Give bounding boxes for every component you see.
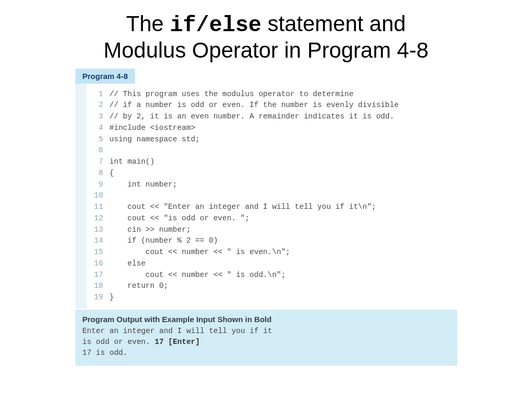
code-text: // This program uses the modulus operato… <box>110 90 354 98</box>
code-line: 11 cout << "Enter an integer and I will … <box>91 202 457 213</box>
code-line: 13 cin >> number; <box>91 224 457 236</box>
code-line: 6 <box>91 145 457 156</box>
code-line: 2// if a number is odd or even. If the n… <box>91 100 457 111</box>
code-line: 8{ <box>91 168 457 179</box>
code-line: 14 if (number % 2 == 0) <box>91 235 457 247</box>
line-number: 14 <box>91 235 103 247</box>
output-line-3: 17 is odd. <box>83 348 450 358</box>
program-tab: Program 4-8 <box>75 69 136 84</box>
code-text: int number; <box>110 180 178 189</box>
code-text: if (number % 2 == 0) <box>110 236 218 245</box>
line-number: 6 <box>91 145 103 156</box>
title-mono: if/else <box>170 13 261 38</box>
line-number: 2 <box>91 100 103 111</box>
line-number: 3 <box>91 111 103 123</box>
code-text: cout << "Enter an integer and I will tel… <box>110 203 376 211</box>
title-line2: Modulus Operator in Program 4-8 <box>103 38 429 62</box>
code-line: 5using namespace std; <box>91 134 457 145</box>
output-block: Program Output with Example Input Shown … <box>75 310 457 366</box>
code-text: cout << number << " is odd.\n"; <box>110 271 286 279</box>
code-line: 16 else <box>91 258 457 270</box>
line-number: 18 <box>91 281 103 292</box>
slide: The if/else statement and Modulus Operat… <box>0 0 532 399</box>
line-number: 17 <box>91 270 103 281</box>
code-line: 4#include <iostream> <box>91 123 457 134</box>
title-part1: The <box>126 11 170 36</box>
output-line-1: Enter an integer and I will tell you if … <box>83 326 450 337</box>
output-line-2b: 17 [Enter] <box>155 338 200 346</box>
output-line-2a: is odd or even. <box>83 338 155 346</box>
code-line: 7int main() <box>91 156 457 168</box>
line-number: 12 <box>91 213 103 224</box>
code-line: 10 <box>91 190 457 202</box>
code-block: 1// This program uses the modulus operat… <box>75 84 457 309</box>
line-number: 4 <box>91 123 103 134</box>
code-text: #include <iostream> <box>110 124 195 132</box>
line-number: 15 <box>91 247 103 258</box>
code-text: cin >> number; <box>110 225 191 234</box>
code-line: 1// This program uses the modulus operat… <box>91 89 457 100</box>
output-line-2: is odd or even. 17 [Enter] <box>83 337 450 348</box>
title-part2: statement and <box>261 11 406 36</box>
output-heading: Program Output with Example Input Shown … <box>83 315 450 324</box>
code-text: // if a number is odd or even. If the nu… <box>110 101 399 109</box>
code-line: 19} <box>91 292 457 303</box>
code-text: // by 2, it is an even number. A remaind… <box>110 112 394 121</box>
line-number: 16 <box>91 258 103 270</box>
line-number: 1 <box>91 89 103 100</box>
code-text: { <box>110 169 114 177</box>
code-line: 9 int number; <box>91 179 457 191</box>
code-text: } <box>110 293 114 301</box>
line-number: 9 <box>91 179 103 191</box>
code-line: 3// by 2, it is an even number. A remain… <box>91 111 457 123</box>
line-number: 19 <box>91 292 103 303</box>
line-number: 13 <box>91 224 103 236</box>
code-text: cout << "is odd or even. "; <box>110 214 250 222</box>
code-line: 17 cout << number << " is odd.\n"; <box>91 270 457 281</box>
code-text: else <box>110 259 146 268</box>
line-number: 8 <box>91 168 103 179</box>
code-line: 18 return 0; <box>91 281 457 292</box>
line-number: 10 <box>91 190 103 202</box>
line-number: 11 <box>91 202 103 213</box>
code-text: using namespace std; <box>110 135 200 143</box>
code-text: int main() <box>110 157 155 166</box>
line-number: 5 <box>91 134 103 145</box>
slide-title: The if/else statement and Modulus Operat… <box>0 0 532 69</box>
code-line: 12 cout << "is odd or even. "; <box>91 213 457 224</box>
code-line: 15 cout << number << " is even.\n"; <box>91 247 457 258</box>
code-text: cout << number << " is even.\n"; <box>110 248 290 256</box>
line-number: 7 <box>91 156 103 168</box>
listing-container: Program 4-8 1// This program uses the mo… <box>75 69 457 366</box>
code-text: return 0; <box>110 282 168 290</box>
